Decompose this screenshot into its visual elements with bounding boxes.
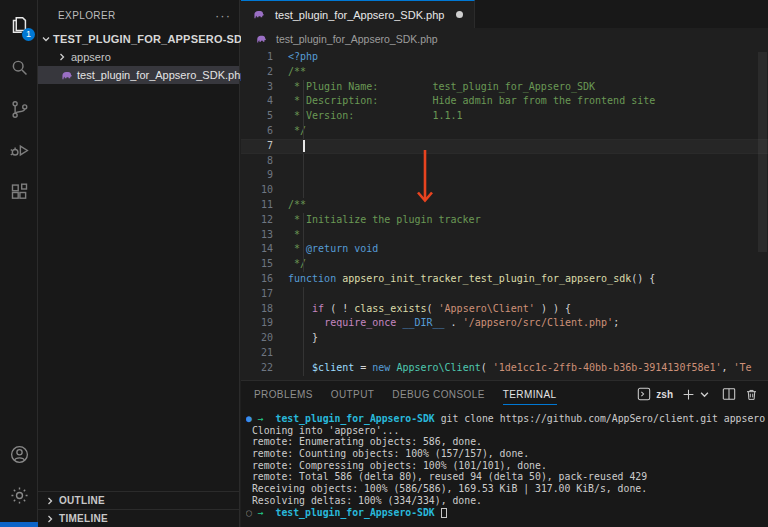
terminal-line: ● → test_plugin_for_Appsero-SDK git clon…	[246, 413, 768, 425]
line-number: 11	[241, 198, 288, 213]
code-line[interactable]: 11/**	[241, 198, 768, 213]
code-token: *	[288, 228, 300, 243]
line-number: 2	[241, 65, 288, 80]
php-icon	[255, 33, 267, 45]
explorer-more-actions-icon[interactable]: ···	[215, 8, 231, 23]
code-line[interactable]: 22 $client = new Appsero\Client( '1de1cc…	[241, 361, 768, 376]
line-number: 5	[241, 109, 288, 124]
code-line[interactable]: 18 if ( ! class_exists( 'Appsero\Client'…	[241, 302, 768, 317]
line-number: 9	[241, 168, 288, 183]
modified-dot-icon[interactable]	[456, 11, 463, 18]
indent-guide	[303, 183, 304, 198]
code-line[interactable]: 20 }	[241, 331, 768, 346]
workspace-root-item[interactable]: TEST_PLUGIN_FOR_APPSERO-SDK	[38, 30, 239, 48]
terminal-shell-icon[interactable]	[637, 387, 651, 401]
line-number: 18	[241, 302, 288, 317]
code-line[interactable]: 12 * Initialize the plugin tracker	[241, 213, 768, 228]
explorer-header: EXPLORER ···	[38, 0, 239, 30]
indent-guide	[303, 228, 304, 243]
code-line[interactable]: 14 * @return void	[241, 242, 768, 257]
tab-terminal[interactable]: TERMINAL	[503, 384, 557, 405]
code-token: (	[481, 361, 493, 376]
kill-terminal-trash-icon[interactable]	[745, 388, 758, 401]
code-line[interactable]: 1<?php	[241, 50, 768, 65]
indent-guide	[303, 154, 304, 169]
file-tree: TEST_PLUGIN_FOR_APPSERO-SDK appsero test…	[38, 30, 239, 84]
outline-section[interactable]: OUTLINE	[38, 491, 239, 509]
terminal-text: Cloning into 'appsero'...	[246, 425, 399, 436]
search-icon[interactable]	[0, 50, 38, 84]
code-line[interactable]: 4 * Description: Hide admin bar from the…	[241, 94, 768, 109]
run-debug-icon[interactable]	[0, 133, 38, 167]
line-number: 6	[241, 124, 288, 139]
code-token	[288, 302, 312, 317]
terminal-text: Resolving deltas: 100% (334/334), done.	[246, 495, 482, 506]
line-number: 21	[241, 346, 288, 361]
sidebar-bottom-sections: OUTLINE TIMELINE	[38, 491, 239, 527]
code-line[interactable]: 2/**	[241, 65, 768, 80]
code-token: new	[372, 361, 390, 376]
code-line[interactable]: 19 require_once __DIR__ . '/appsero/src/…	[241, 316, 768, 331]
text-cursor	[303, 140, 305, 153]
tree-item-appsero-folder[interactable]: appsero	[38, 48, 239, 66]
code-token: ;	[613, 316, 619, 331]
line-number: 16	[241, 272, 288, 287]
terminal-cursor	[441, 508, 447, 518]
extensions-icon[interactable]	[0, 175, 38, 209]
code-line[interactable]: 3 * Plugin Name: test_plugin_for_Appsero…	[241, 80, 768, 95]
code-line[interactable]: 13 *	[241, 228, 768, 243]
indent-guide	[303, 242, 304, 257]
code-line[interactable]: 6 */	[241, 124, 768, 139]
code-token: <?php	[288, 50, 318, 65]
code-line[interactable]: 16function appsero_init_tracker_test_plu…	[241, 272, 768, 287]
code-token	[288, 316, 324, 331]
code-line[interactable]: 9	[241, 168, 768, 183]
code-line[interactable]: 8	[241, 154, 768, 169]
new-terminal-icon[interactable]	[682, 388, 695, 401]
indent-guide	[303, 302, 304, 317]
tab-problems[interactable]: PROBLEMS	[254, 384, 313, 404]
indent-guide	[303, 257, 304, 272]
timeline-section[interactable]: TIMELINE	[38, 509, 239, 527]
line-number: 17	[241, 287, 288, 302]
indent-guide	[303, 213, 304, 228]
indent-guide	[303, 80, 304, 95]
php-icon	[60, 69, 73, 82]
code-line[interactable]: 17	[241, 287, 768, 302]
accounts-icon[interactable]	[0, 437, 38, 471]
code-token: ) ) {	[535, 302, 571, 317]
source-control-icon[interactable]	[0, 92, 38, 126]
code-editor[interactable]: 1<?php2/**3 * Plugin Name: test_plugin_f…	[241, 50, 768, 380]
tab-php-file[interactable]: test_plugin_for_Appsero_SDK.php	[241, 0, 475, 28]
split-terminal-icon[interactable]	[722, 387, 736, 401]
terminal-text: git clone https://github.com/AppSero/cli…	[435, 413, 765, 424]
settings-gear-icon[interactable]	[0, 478, 38, 512]
terminal-dropdown-chevron-icon[interactable]	[700, 390, 709, 399]
tree-item-php-file-selected[interactable]: test_plugin_for_Appsero_SDK.php	[38, 66, 239, 84]
code-token: appsero_init_tracker_test_plugin_for_app…	[342, 272, 631, 287]
code-token: * Plugin Name: test_plugin_for_Appsero_S…	[288, 80, 595, 95]
tab-debug-console[interactable]: DEBUG CONSOLE	[392, 384, 484, 404]
code-token: require_once	[324, 316, 396, 331]
tab-output[interactable]: OUTPUT	[331, 384, 375, 404]
code-token: * Description: Hide admin bar from the f…	[288, 94, 655, 109]
code-line[interactable]: 7	[241, 139, 768, 154]
activity-bar: 1	[0, 0, 38, 527]
explorer-icon[interactable]: 1	[0, 8, 38, 42]
line-number: 12	[241, 213, 288, 228]
code-line[interactable]: 21	[241, 346, 768, 361]
terminal-line: Cloning into 'appsero'...	[246, 425, 768, 437]
code-line[interactable]: 5 * Version: 1.1.1	[241, 109, 768, 124]
line-number: 4	[241, 94, 288, 109]
indent-guide	[303, 346, 304, 361]
code-line[interactable]: 10	[241, 183, 768, 198]
indent-guide	[303, 124, 304, 139]
editor-scrollbar[interactable]	[758, 52, 767, 252]
code-token	[288, 361, 312, 376]
outline-label: OUTLINE	[59, 495, 105, 506]
terminal-text	[264, 413, 276, 424]
breadcrumb-file-item[interactable]: test_plugin_for_Appsero_SDK.php	[276, 33, 438, 45]
terminal-output[interactable]: ● → test_plugin_for_Appsero-SDK git clon…	[246, 413, 768, 527]
statusbar-remote-indicator[interactable]	[0, 522, 38, 527]
code-line[interactable]: 15 */	[241, 257, 768, 272]
